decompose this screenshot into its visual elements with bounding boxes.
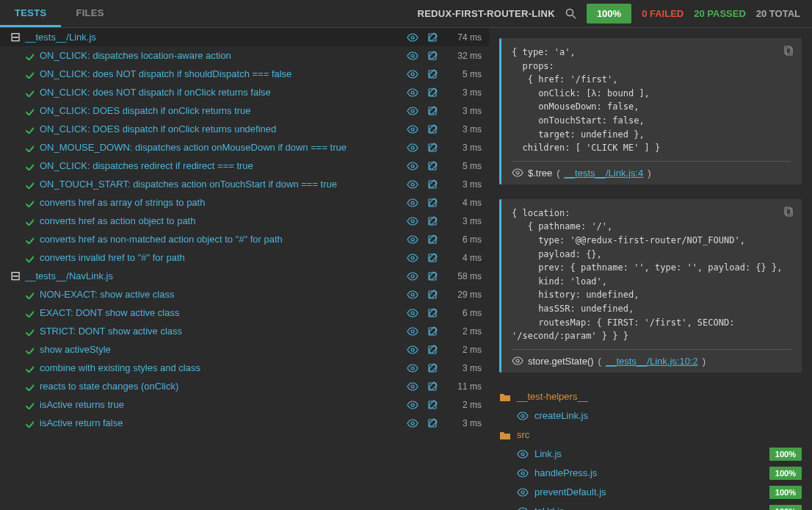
folder-row[interactable]: __test-helpers__ bbox=[499, 387, 802, 406]
edit-icon[interactable] bbox=[427, 198, 438, 208]
edit-icon[interactable] bbox=[427, 345, 438, 355]
eye-icon[interactable] bbox=[512, 356, 523, 366]
eye-icon[interactable] bbox=[407, 106, 418, 116]
test-row[interactable]: ON_MOUSE_DOWN: dispatches action onMouse… bbox=[0, 138, 489, 157]
file-label: toUrl.js bbox=[534, 506, 564, 510]
eye-icon[interactable] bbox=[407, 234, 418, 245]
edit-icon[interactable] bbox=[427, 308, 438, 318]
test-row[interactable]: converts href as array of strings to pat… bbox=[0, 193, 489, 212]
edit-icon[interactable] bbox=[427, 290, 438, 300]
edit-icon[interactable] bbox=[427, 363, 438, 373]
edit-icon[interactable] bbox=[427, 253, 438, 263]
eye-icon[interactable] bbox=[407, 51, 418, 61]
eye-icon[interactable] bbox=[407, 400, 418, 410]
edit-icon[interactable] bbox=[427, 51, 438, 61]
test-label: show activeStyle bbox=[40, 344, 407, 355]
test-row[interactable]: converts invalid href to "#" for path4 m… bbox=[0, 248, 489, 267]
test-time: 74 ms bbox=[446, 32, 482, 43]
test-label: ON_CLICK: DOES dispatch if onClick retur… bbox=[40, 105, 407, 116]
edit-icon[interactable] bbox=[427, 216, 438, 226]
eye-icon[interactable] bbox=[407, 124, 418, 134]
test-label: converts href as action object to path bbox=[40, 215, 407, 226]
test-row[interactable]: ON_CLICK: DOES dispatch if onClick retur… bbox=[0, 101, 489, 120]
eye-icon[interactable] bbox=[407, 308, 418, 318]
edit-icon[interactable] bbox=[427, 326, 438, 337]
eye-icon[interactable] bbox=[407, 326, 418, 337]
test-label: STRICT: DONT show active class bbox=[40, 326, 407, 337]
test-row[interactable]: converts href as non-matched action obje… bbox=[0, 230, 489, 248]
main: ⊟__tests__/Link.js74 msON_CLICK: dispatc… bbox=[0, 28, 812, 510]
file-row[interactable]: createLink.js bbox=[499, 406, 802, 425]
file-coverage: 100% bbox=[769, 505, 802, 510]
edit-icon[interactable] bbox=[427, 143, 438, 153]
eye-icon[interactable] bbox=[512, 168, 523, 178]
snapshot-code: { type: 'a', props: { href: '/first', on… bbox=[512, 46, 791, 155]
eye-icon[interactable] bbox=[407, 381, 418, 392]
snapshot-location-link[interactable]: __tests__/Link.js:4 bbox=[565, 168, 644, 179]
edit-icon[interactable] bbox=[427, 106, 438, 116]
eye-icon[interactable] bbox=[407, 32, 418, 43]
eye-icon[interactable] bbox=[407, 198, 418, 208]
edit-icon[interactable] bbox=[427, 381, 438, 392]
test-row[interactable]: STRICT: DONT show active class2 ms bbox=[0, 322, 489, 340]
edit-icon[interactable] bbox=[427, 161, 438, 171]
tab-files[interactable]: FILES bbox=[61, 0, 118, 27]
tabs: TESTSFILES bbox=[0, 0, 119, 27]
test-row[interactable]: isActive returns true2 ms bbox=[0, 395, 489, 414]
edit-icon[interactable] bbox=[427, 400, 438, 410]
edit-icon[interactable] bbox=[427, 179, 438, 190]
test-row[interactable]: ON_CLICK: does NOT dispatch if onClick r… bbox=[0, 83, 489, 101]
snapshot-location-link[interactable]: __tests__/Link.js:10:2 bbox=[606, 356, 698, 367]
collapse-icon[interactable]: ⊟ bbox=[10, 32, 21, 43]
eye-icon[interactable] bbox=[407, 290, 418, 300]
eye-icon[interactable] bbox=[407, 143, 418, 153]
search-icon[interactable] bbox=[565, 8, 576, 19]
eye-icon[interactable] bbox=[407, 363, 418, 373]
eye-icon[interactable] bbox=[407, 87, 418, 98]
test-label: isActive returns true bbox=[40, 399, 407, 410]
edit-icon[interactable] bbox=[427, 418, 438, 428]
eye-icon[interactable] bbox=[407, 216, 418, 226]
file-coverage: 100% bbox=[769, 448, 802, 461]
test-row[interactable]: NON-EXACT: show active class29 ms bbox=[0, 285, 489, 304]
eye-icon[interactable] bbox=[407, 418, 418, 428]
eye-icon[interactable] bbox=[407, 271, 418, 281]
copy-icon[interactable] bbox=[784, 206, 794, 218]
folder-row[interactable]: src bbox=[499, 425, 802, 445]
test-row[interactable]: ON_TOUCH_START: dispatches action onTouc… bbox=[0, 175, 489, 193]
test-row[interactable]: show activeStyle2 ms bbox=[0, 340, 489, 359]
file-row[interactable]: toUrl.js100% bbox=[499, 502, 802, 510]
test-row[interactable]: reacts to state changes (onClick)11 ms bbox=[0, 377, 489, 395]
copy-icon[interactable] bbox=[784, 46, 794, 57]
test-row[interactable]: isActive return false3 ms bbox=[0, 414, 489, 432]
check-icon bbox=[25, 198, 35, 207]
file-row[interactable]: handlePress.js100% bbox=[499, 464, 802, 483]
edit-icon[interactable] bbox=[427, 69, 438, 79]
eye-icon[interactable] bbox=[407, 161, 418, 171]
file-row[interactable]: preventDefault.js100% bbox=[499, 483, 802, 502]
edit-icon[interactable] bbox=[427, 124, 438, 134]
test-row[interactable]: combine with existing styles and class3 … bbox=[0, 359, 489, 377]
file-row[interactable]: Link.js100% bbox=[499, 445, 802, 464]
test-row[interactable]: EXACT: DONT show active class6 ms bbox=[0, 304, 489, 322]
test-row[interactable]: ON_CLICK: does NOT dispatch if shouldDis… bbox=[0, 65, 489, 83]
eye-icon[interactable] bbox=[407, 179, 418, 190]
edit-icon[interactable] bbox=[427, 271, 438, 281]
edit-icon[interactable] bbox=[427, 234, 438, 245]
test-time: 3 ms bbox=[446, 363, 482, 373]
eye-icon[interactable] bbox=[407, 69, 418, 79]
edit-icon[interactable] bbox=[427, 87, 438, 98]
test-row[interactable]: ON_CLICK: dispatches location-aware acti… bbox=[0, 46, 489, 65]
test-label: __tests__/NavLink.js bbox=[25, 270, 407, 281]
test-suite-row[interactable]: ⊟__tests__/Link.js74 ms bbox=[0, 28, 489, 46]
test-row[interactable]: ON_CLICK: dispatches redirect if redirec… bbox=[0, 157, 489, 175]
collapse-icon[interactable]: ⊟ bbox=[10, 271, 21, 281]
edit-icon[interactable] bbox=[427, 32, 438, 43]
eye-icon[interactable] bbox=[407, 345, 418, 355]
tab-tests[interactable]: TESTS bbox=[0, 0, 61, 27]
eye-icon[interactable] bbox=[407, 253, 418, 263]
test-suite-row[interactable]: ⊟__tests__/NavLink.js58 ms bbox=[0, 267, 489, 285]
test-row[interactable]: converts href as action object to path3 … bbox=[0, 212, 489, 230]
test-row[interactable]: ON_CLICK: DOES dispatch if onClick retur… bbox=[0, 120, 489, 138]
test-label: ON_TOUCH_START: dispatches action onTouc… bbox=[40, 179, 407, 190]
